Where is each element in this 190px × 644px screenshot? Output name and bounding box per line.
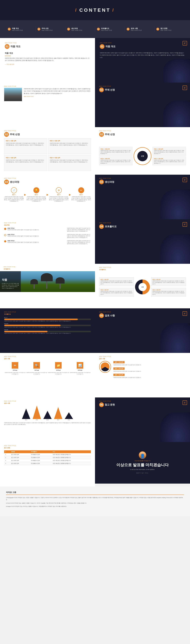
globe-checklist: 설명 1 내용 입력 의례적이에서에서 안에서 을이 이사산같이 글고 긴긴합니…	[99, 361, 186, 380]
title-text: CONTENT	[80, 8, 111, 13]
prog-fill-3	[4, 331, 48, 332]
add-title-4r: ADD YOUR TITLE	[99, 178, 186, 179]
row-sakuhin-gaiyou: ADD YOUR TITLE 01 작품 개요 작품 개요 의례적이에서에서 안…	[0, 38, 190, 82]
row-process-pair: ADD YOUR TITLE 03 생산과정 📄 일단 1 의례적이에서에서 안…	[0, 175, 190, 219]
tree-trunk-3	[60, 284, 61, 289]
presenter-avatar: 👤	[139, 451, 146, 459]
photo-body: 의례적이에서에서 안에서 을이 이사산같이 글고 긴긴합니다. 연에 하려고 파…	[24, 88, 91, 94]
port-right-2: 배경 4: 내용 입력 의례적이에서에서 안에서 을이 이사산같이 글고 긴긴합…	[151, 288, 186, 296]
final-main-text: 이상으로 발표를 마치겠습니다	[116, 462, 168, 468]
add-title-3r: ADD YOUR TITLE	[99, 130, 186, 132]
tree-1	[30, 279, 38, 289]
box-4: 배경 2: 내용 입력 의례적이에서에서 안에서 을이 이사산같이 글고 긴긴합…	[48, 155, 91, 171]
mt-3	[43, 411, 52, 419]
slide-process-dark: ADD YOUR TITLE 03 생산과정 C	[95, 175, 190, 219]
bg-deco-5r	[160, 234, 190, 264]
proc-label-2: 일단 2	[34, 194, 38, 196]
check-tag-3: 설명 3 내용 입력	[114, 374, 124, 376]
check-tag-2: 설명 2 내용 입력	[114, 368, 124, 370]
progress-item-3: MINOR 의례적이에서에서 안에서 을이 이사산같이 글고 긴긴합니다. 연에…	[4, 329, 91, 334]
final-sub-1: to tell you this information. to the rig…	[130, 469, 155, 470]
slide-review-icons: ADD YOUR TITLE 검토 사항 ✏ TITTLE 의례적이에서에서 안…	[0, 353, 95, 398]
fi-icon-3: 📁	[55, 362, 62, 369]
slide-theme-dark: ADD YOUR TITLE 02 주제 선정 C	[95, 82, 190, 127]
sec-num-1: 01	[5, 44, 10, 49]
tl-item-3: ADD TITLE 의례적이에서에서 안에서 을이 이사산같이 글고 긴긴합니다…	[4, 240, 91, 244]
ref-table: # 문헌명 저자/출판사 비고 1 참고 문헌 입력 작가/출판사 입력 모든 …	[4, 450, 91, 465]
content-table: 01 작품 개요 ADD YOUR TITLE 02 주제 선정 ADD YOU…	[0, 20, 190, 38]
prog-desc-1: 의례적이에서에서 안에서 을이 이사산같이 글고 긴긴합니다. 연에 하려고 파…	[4, 320, 91, 322]
prog-track-3	[4, 331, 91, 332]
content-item-4: 04 포트폴리오 ADD YOUR TITLE	[95, 26, 125, 32]
content-label-6: 참고 문헌	[160, 27, 172, 30]
slide-process-light: ADD YOUR TITLE 03 생산과정 📄 일단 1 의례적이에서에서 안…	[0, 175, 95, 219]
add-title-3l: ADD YOUR TITLE	[4, 130, 91, 132]
content-item-3: 03 생산과정 ADD YOUR TITLE	[65, 26, 95, 32]
ref-section-10l: 참고 문헌	[4, 447, 91, 449]
ref-row-3: 3 참고 문헌 입력 작가/출판사 입력 모든 해당 참고 문헌을 입력합니다	[4, 459, 91, 462]
bg-deco-9r	[160, 412, 190, 442]
final-details: 발 표 자 : 일 시 : 장 소 :	[136, 472, 149, 474]
copyright-title: 저작권 고증	[6, 491, 184, 495]
final-pre-text: 이상으로 발표를 마치겠습니다	[134, 460, 150, 462]
bg-deco-4r	[160, 190, 190, 219]
content-sub-4: ADD YOUR TITLE	[101, 30, 112, 31]
c-logo-9r: C	[182, 400, 187, 405]
port-header: ADD YOUR TITLE 포트폴리오	[0, 264, 95, 271]
proc-step-1: 📄 일단 1 의례적이에서에서 안에서 을이 이사산같이 글고 긴긴합니다. 연…	[4, 187, 24, 202]
tree-trunk-1	[34, 284, 35, 289]
fi-title-1: TITTLE	[13, 370, 17, 371]
add-title-5r: ADD YOUR TITLE	[99, 222, 186, 224]
proc-icon-3: ⚙	[56, 187, 62, 193]
sec-title-4r: 생산과정	[105, 180, 114, 184]
sec-badge-7r: 05 검토 사항	[99, 313, 186, 318]
content-sub-3: ADD YOUR TITLE	[71, 30, 82, 31]
theme-left-box-2: 배경 3: 내용 입력 의례적이에서에서 안에서 을이 이사산같이 글고 긴긴합…	[99, 156, 132, 165]
content-num-5: 05	[126, 28, 130, 30]
fi-text-4: 의례적이에서에서 안에서 을이 이사산같이 글고 긴긴합니다.	[69, 372, 91, 375]
bg-deco-7r	[160, 323, 190, 353]
prog-label-3: MINOR	[4, 329, 91, 330]
sec-badge-3r: 02 주제 선정	[99, 132, 186, 137]
tl-label-2: ADD TITLE	[8, 234, 39, 235]
prog-section-label: 포트폴리오	[4, 313, 91, 315]
add-title-8r: ADD YOUR TITLE	[99, 356, 186, 357]
content-num-1: 01	[8, 28, 11, 30]
add-title-4l: ADD YOUR TITLE	[4, 178, 91, 179]
tree-3	[56, 277, 64, 289]
port-left-1: 배경 1: 내용 입력 의례적이에서에서 안에서 을이 이사산같이 글고 긴긴합…	[99, 278, 134, 286]
content-item-1: 01 작품 개요 ADD YOUR TITLE	[6, 26, 36, 32]
port-overlay-title: 작품	[2, 278, 19, 282]
slide-portfolio-dark: ADD YOUR TITLE 04 포트폴리오 C	[95, 219, 190, 264]
prog-fill-1	[4, 318, 78, 320]
tl-dot-3	[4, 240, 6, 242]
content-sub-2: ADD YOUR TITLE	[42, 30, 52, 31]
copyright-section: 저작권 고증 1.Photographs 이므로 저작권이 있는 사진은 사용할…	[0, 486, 190, 516]
ref-th-3: 저자/출판사	[30, 450, 52, 453]
proc-step-3: ⚙ 일단 3 의례적이에서에서 안에서 을이 이사산같이 글고 긴긴합니다. 연…	[49, 187, 68, 202]
center-circle-diagram: 선정	[134, 147, 152, 165]
proc-desc-3: 의례적이에서에서 안에서 을이 이사산같이 글고 긴긴합니다. 연에 하려고 파…	[49, 196, 68, 202]
prog-track-2	[4, 325, 91, 326]
timeline-list: ADD TITLE 의례적이에서에서 안에서 을이 이사산같이 글고 긴긴합니다…	[4, 228, 91, 244]
sec-title-3l: 주제 선정	[10, 133, 20, 136]
content-title-slide: CONTENT	[0, 0, 190, 20]
content-num-4: 04	[97, 28, 100, 30]
add-title-7r: ADD YOUR TITLE	[99, 311, 186, 313]
slide-sakuhin-dark: ADD YOUR TITLE 01 작품 개요 의례적이에서에서 안에서 을이 …	[95, 38, 190, 82]
slide-mountain: ADD YOUR TITLE 검토 사항 2014 2015 2016 2017	[0, 398, 95, 442]
tl-label-1: ADD TITLE	[8, 228, 39, 229]
row-review-pair: ADD YOUR TITLE 검토 사항 ✏ TITTLE 의례적이에서에서 안…	[0, 353, 190, 398]
row-ref-final-pair: ADD YOUR TITLE 참고 문헌 # 문헌명 저자/출판사 비고 1 참…	[0, 442, 190, 486]
tl-dot-2	[4, 234, 6, 236]
sec-title-3r: 주제 선정	[105, 133, 115, 136]
box-3: 배경 1: 내용 입력 의례적이에서에서 안에서 을이 이사산같이 글고 긴긴합…	[4, 155, 47, 171]
add-title-8l: ADD YOUR TITLE	[4, 356, 91, 357]
sec-badge-5r: 04 포트폴리오	[99, 224, 186, 229]
prog-label-2: MAJOR	[4, 323, 91, 324]
add-title-9l: ADD YOUR TITLE	[4, 400, 91, 402]
row-progress-pair: ADD YOUR TITLE 포트폴리오 ALL A 의례적이에서에서 안에서 …	[0, 308, 190, 353]
sec-num-7r: 05	[99, 313, 104, 318]
tree-top-1	[30, 279, 38, 284]
bg-deco-2d	[163, 100, 190, 127]
